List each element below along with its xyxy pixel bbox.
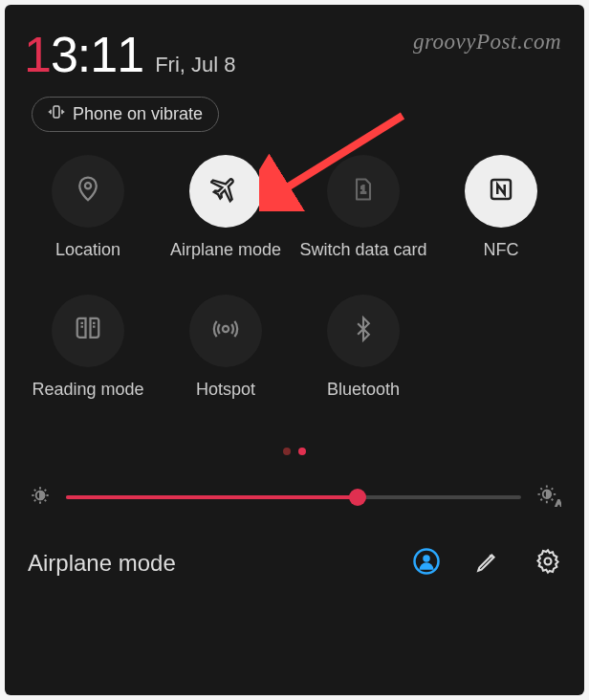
tile-hotspot-button[interactable]	[189, 295, 262, 367]
clock-hour-accent: 1	[24, 27, 51, 82]
tiles-grid: Location Airplane mode 1	[24, 155, 565, 425]
airplane-icon	[210, 174, 241, 208]
tile-bluetooth-button[interactable]	[327, 295, 400, 367]
tile-hotspot: Hotspot	[162, 295, 290, 425]
clock: 13:11	[24, 26, 143, 83]
tile-nfc-button[interactable]	[465, 155, 537, 228]
tile-label: Switch data card	[299, 239, 426, 285]
watermark: groovyPost.com	[413, 30, 561, 55]
brightness-fill	[66, 495, 358, 499]
svg-point-10	[545, 558, 552, 565]
tile-airplane-button[interactable]	[189, 155, 262, 228]
expanded-tile-title: Airplane mode	[28, 550, 383, 577]
brightness-row: A	[24, 482, 565, 513]
date: Fri, Jul 8	[155, 53, 235, 77]
brightness-slider[interactable]	[66, 495, 521, 499]
tile-label: Bluetooth	[327, 379, 400, 425]
hotspot-icon	[211, 315, 240, 347]
tile-bluetooth: Bluetooth	[299, 295, 427, 425]
pencil-icon[interactable]	[475, 549, 500, 578]
page-dot	[283, 448, 291, 455]
tile-location: Location	[24, 155, 152, 285]
page-dot-active	[298, 448, 306, 455]
book-icon	[74, 315, 102, 347]
pagination-dots[interactable]	[24, 448, 565, 455]
sim-icon: 1	[350, 176, 377, 207]
svg-point-4	[223, 326, 229, 332]
brightness-low-icon[interactable]	[28, 483, 53, 512]
vibrate-label: Phone on vibrate	[73, 104, 203, 124]
tile-airplane-mode: Airplane mode	[162, 155, 290, 285]
bottom-bar: Airplane mode	[24, 547, 565, 580]
user-icon[interactable]	[412, 547, 441, 580]
vibrate-icon	[48, 103, 65, 125]
svg-text:A: A	[556, 498, 561, 508]
tile-label: Reading mode	[32, 379, 143, 425]
tile-location-button[interactable]	[52, 155, 124, 228]
tile-switch-data: 1 Switch data card	[299, 155, 427, 285]
tile-label: Hotspot	[196, 379, 255, 425]
vibrate-pill[interactable]: Phone on vibrate	[32, 97, 219, 132]
brightness-auto-icon[interactable]: A	[534, 482, 561, 513]
nfc-icon	[487, 175, 515, 208]
quick-settings-panel: groovyPost.com 13:11 Fri, Jul 8 Phone on…	[5, 5, 584, 695]
tile-nfc: NFC	[437, 155, 565, 285]
bluetooth-icon	[350, 316, 377, 346]
gear-icon[interactable]	[534, 548, 561, 579]
tile-label: NFC	[484, 239, 519, 285]
svg-rect-0	[54, 106, 59, 118]
tile-label: Location	[55, 239, 120, 285]
tile-label: Airplane mode	[170, 239, 281, 285]
brightness-thumb[interactable]	[349, 489, 366, 506]
svg-text:1: 1	[360, 184, 366, 195]
tile-reading-button[interactable]	[52, 295, 124, 367]
tile-reading-mode: Reading mode	[24, 295, 152, 425]
svg-point-1	[85, 183, 91, 188]
tile-switch-data-button[interactable]: 1	[327, 155, 400, 228]
location-icon	[74, 175, 102, 208]
clock-rest: 3:11	[51, 27, 143, 82]
svg-point-9	[423, 555, 430, 562]
